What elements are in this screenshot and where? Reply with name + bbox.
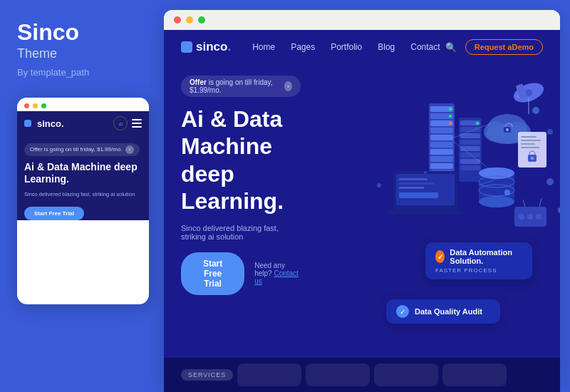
mobile-hamburger-icon[interactable] [132, 119, 142, 128]
svg-rect-26 [460, 146, 480, 151]
svg-rect-25 [460, 140, 480, 145]
svg-rect-16 [430, 163, 453, 169]
svg-point-67 [504, 190, 510, 195]
left-title: Sinco [17, 20, 147, 45]
nav-link-pages[interactable]: Pages [291, 42, 315, 52]
website-logo: sinco. [181, 40, 231, 54]
nav-actions: 🔍 Request aDemo [445, 39, 543, 55]
svg-rect-24 [460, 133, 480, 138]
svg-line-63 [523, 200, 525, 207]
svg-rect-38 [396, 174, 455, 205]
offer-arrow-icon: › [284, 81, 292, 91]
svg-point-57 [531, 157, 534, 160]
mobile-logo: sinco. [24, 118, 64, 129]
svg-rect-46 [479, 173, 514, 202]
contact-us-link[interactable]: Contact us [254, 269, 299, 285]
service-card-4 [442, 363, 507, 386]
hero-description: Sinco delivered blazing fast, striking a… [181, 224, 301, 241]
data-audit-card: ✓ Data Quality Audit [386, 299, 500, 324]
svg-point-19 [449, 115, 452, 118]
mobile-dot-green [41, 103, 46, 108]
service-card-2 [306, 363, 370, 386]
nav-link-home[interactable]: Home [252, 42, 275, 52]
svg-rect-15 [430, 156, 453, 162]
svg-rect-35 [504, 127, 511, 133]
svg-rect-28 [460, 159, 480, 164]
mobile-offer-arrow: › [125, 145, 134, 154]
automation-card-sub: FASTER PROCESS [435, 267, 522, 274]
mobile-dot-red [24, 103, 29, 108]
svg-rect-7 [429, 103, 455, 182]
svg-rect-10 [430, 120, 453, 126]
nav-link-blog[interactable]: Blog [378, 42, 395, 52]
mobile-offer-bar: Offer is going on till friday, $1.99/mo.… [24, 143, 140, 156]
mobile-headline: Ai & Data Machine deep Learning. [24, 161, 142, 186]
svg-line-64 [450, 121, 497, 139]
mobile-offer-text: Offer is going on till friday, $1.99/mo. [30, 146, 123, 153]
svg-line-66 [479, 178, 499, 185]
svg-point-48 [479, 167, 514, 179]
svg-rect-54 [521, 143, 535, 145]
svg-rect-6 [516, 83, 527, 99]
svg-rect-23 [460, 127, 480, 132]
mobile-nav: sinco. ⌕ [17, 111, 149, 135]
svg-rect-52 [521, 136, 537, 138]
svg-point-69 [558, 207, 560, 213]
svg-point-43 [424, 171, 427, 174]
browser-mockup: sinco. Home Pages Portfolio Blog Contact… [164, 10, 560, 392]
svg-point-32 [484, 122, 509, 142]
offer-pill: Offer is going on till friday, $1.99/mo.… [181, 76, 301, 97]
svg-point-34 [486, 124, 529, 144]
mobile-cta-button[interactable]: Start Free Trial [24, 207, 84, 220]
svg-point-36 [506, 128, 509, 131]
mobile-search-icon[interactable]: ⌕ [113, 116, 128, 130]
mobile-logo-text: sinco. [37, 118, 64, 129]
check-circle-icon: ✓ [435, 250, 445, 263]
svg-point-45 [479, 167, 514, 179]
hero-title: Ai & DataMachine deepLearning. [181, 105, 301, 215]
svg-point-47 [479, 196, 514, 207]
svg-line-62 [539, 198, 542, 207]
svg-point-33 [505, 122, 531, 142]
svg-point-60 [527, 214, 533, 220]
svg-point-1 [547, 129, 553, 135]
search-icon[interactable]: 🔍 [445, 42, 457, 53]
website-nav: sinco. Home Pages Portfolio Blog Contact… [164, 30, 560, 64]
left-subtitle: Theme [17, 46, 147, 61]
nav-link-contact[interactable]: Contact [410, 42, 440, 52]
nav-links: Home Pages Portfolio Blog Contact [252, 42, 445, 52]
demo-button[interactable]: Request aDemo [465, 39, 543, 55]
svg-point-30 [476, 122, 479, 125]
svg-rect-8 [430, 106, 453, 112]
nav-link-portfolio[interactable]: Portfolio [331, 42, 362, 52]
svg-point-18 [449, 108, 452, 110]
services-bar: SERVICES [164, 358, 560, 392]
svg-rect-22 [460, 120, 480, 125]
svg-rect-27 [460, 153, 480, 158]
mobile-dot-yellow [33, 103, 38, 108]
svg-rect-56 [528, 155, 537, 162]
mobile-nav-icons: ⌕ [113, 116, 142, 130]
service-card-1 [237, 363, 301, 386]
hero-help-text: Need any help? Contact us [254, 262, 301, 285]
svg-rect-40 [399, 182, 435, 185]
hero-cta-button[interactable]: Start Free Trial [181, 252, 244, 295]
offer-text: Offer is going on till friday, $1.99/mo. [190, 78, 280, 94]
svg-rect-17 [430, 170, 453, 176]
svg-rect-13 [430, 142, 453, 148]
svg-point-59 [519, 214, 524, 220]
hero-section: Offer is going on till friday, $1.99/mo.… [164, 64, 560, 358]
svg-rect-58 [514, 207, 546, 227]
svg-rect-42 [399, 192, 438, 198]
svg-rect-9 [430, 113, 453, 119]
svg-rect-11 [430, 128, 453, 133]
svg-point-49 [479, 176, 514, 187]
left-panel: Sinco Theme By template_path sinco. ⌕ Of… [0, 0, 164, 392]
svg-rect-53 [521, 140, 541, 141]
audit-card-text: Data Quality Audit [415, 307, 482, 316]
services-badge: SERVICES [181, 369, 233, 381]
mobile-topbar [17, 98, 149, 111]
svg-rect-39 [399, 178, 428, 180]
automation-card-title: ✓ Data Automation Solution. [435, 248, 522, 265]
mobile-body: Offer is going on till friday, $1.99/mo.… [17, 135, 149, 220]
